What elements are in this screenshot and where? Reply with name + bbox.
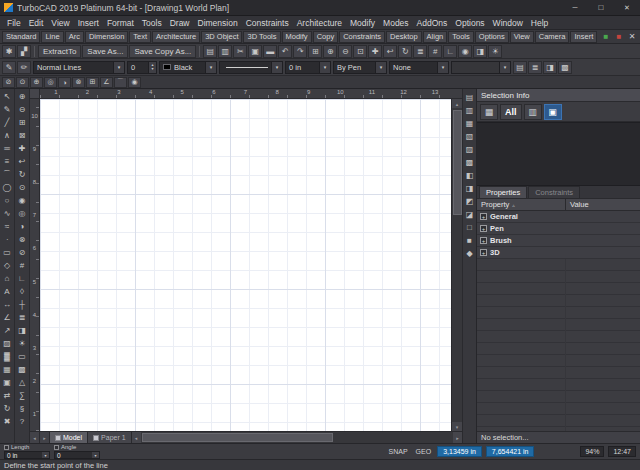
toolbar-tab[interactable]: 3D Tools	[243, 31, 280, 43]
render-manager-icon[interactable]: ◆	[463, 247, 476, 260]
line-icon[interactable]: ╱	[1, 116, 14, 129]
expand-icon[interactable]	[480, 237, 487, 244]
lights-icon[interactable]: ☀	[16, 337, 29, 350]
ortho-icon[interactable]: ∟	[16, 272, 29, 285]
toolbar-tab[interactable]: Standard	[2, 31, 40, 43]
snap-quadrant-icon[interactable]: ◑	[16, 220, 29, 233]
dimension-icon[interactable]: ↔	[1, 298, 14, 311]
tab-model[interactable]: Model	[50, 432, 88, 443]
ellipse-icon[interactable]: ○	[1, 194, 14, 207]
magnetic-point-icon[interactable]: ◉	[128, 77, 141, 88]
blocks-icon[interactable]: ▧	[463, 130, 476, 143]
property-column-header[interactable]: Property	[481, 200, 509, 209]
cut-icon[interactable]: ✂	[233, 45, 247, 58]
geo-toggle[interactable]: GEO	[414, 448, 434, 455]
toolbar-tab[interactable]: Insert	[570, 31, 597, 43]
menu-item[interactable]: Dimension	[194, 18, 242, 28]
material-icon[interactable]: ◨	[543, 61, 557, 74]
rectangle-icon[interactable]: ▭	[1, 246, 14, 259]
no-snap-icon[interactable]: ⊘	[2, 77, 15, 88]
menu-item[interactable]: File	[3, 18, 25, 28]
layers-icon[interactable]: ≣	[16, 311, 29, 324]
rotate-icon[interactable]: ↻	[1, 402, 14, 415]
selection-monitor-icon[interactable]: ▣	[544, 104, 562, 120]
gradient-icon[interactable]: ▓	[1, 350, 14, 363]
ortho-icon[interactable]: ∟	[443, 45, 457, 58]
refresh-icon[interactable]: ↻	[398, 45, 412, 58]
sort-icon[interactable]	[512, 200, 515, 209]
bezier-icon[interactable]: ≈	[1, 220, 14, 233]
menu-item[interactable]: View	[47, 18, 73, 28]
ucs-icon[interactable]: ┼	[16, 298, 29, 311]
chevron-down-icon[interactable]	[375, 62, 386, 73]
property-category-row[interactable]: Brush	[477, 235, 640, 247]
menu-item[interactable]: Format	[103, 18, 138, 28]
zoom-in-icon[interactable]: ⊕	[323, 45, 337, 58]
format-painter-icon[interactable]: ✏	[17, 61, 31, 74]
snap-center-icon[interactable]: ◎	[44, 77, 57, 88]
angle-dimension-icon[interactable]: ∠	[1, 311, 14, 324]
zoom-window-icon[interactable]: ⊞	[16, 116, 29, 129]
arc-icon[interactable]: ⌒	[1, 168, 14, 181]
leader-icon[interactable]: ↗	[1, 324, 14, 337]
circle-icon[interactable]: ◯	[1, 181, 14, 194]
toolbar-tab[interactable]: View	[510, 31, 534, 43]
pan-icon[interactable]: ✚	[368, 45, 382, 58]
snap-toggle[interactable]: SNAP	[387, 448, 410, 455]
select-icon[interactable]: ↖	[1, 90, 14, 103]
polyline-icon[interactable]: ∧	[1, 129, 14, 142]
field-lock-icon[interactable]	[54, 445, 59, 450]
toolbar-tab[interactable]: Modify	[282, 31, 312, 43]
delete-icon[interactable]: ✖	[1, 415, 14, 428]
zoom-in-icon[interactable]: ⊕	[16, 90, 29, 103]
node-edit-icon[interactable]: ✎	[1, 103, 14, 116]
measurement-icon[interactable]: ▨	[463, 143, 476, 156]
menu-item[interactable]: Constraints	[242, 18, 293, 28]
materials-icon[interactable]: ◨	[473, 45, 487, 58]
show-properties-icon[interactable]: ▥	[524, 104, 542, 120]
calculator-icon[interactable]: ∑	[16, 389, 29, 402]
parts-tree-icon[interactable]: ◩	[463, 195, 476, 208]
scroll-right-icon[interactable]	[453, 432, 462, 443]
pen-tool-icon[interactable]: ✎	[2, 61, 16, 74]
design-director-icon[interactable]: ▥	[463, 104, 476, 117]
workspace-green-icon[interactable]: ■	[600, 31, 612, 43]
drawing-canvas[interactable]	[40, 99, 451, 431]
brush-pattern-combo[interactable]: None	[389, 61, 449, 74]
snap-grid-icon[interactable]: #	[16, 259, 29, 272]
chevron-down-icon[interactable]	[319, 62, 330, 73]
menu-item[interactable]: Modes	[379, 18, 413, 28]
expand-icon[interactable]	[480, 249, 487, 256]
x-coordinate-field[interactable]: 3,13459 in	[437, 446, 482, 457]
toolbar-tab[interactable]: Camera	[535, 31, 570, 43]
layers-palette-icon[interactable]: ■	[463, 234, 476, 247]
internet-icon[interactable]: ◧	[463, 169, 476, 182]
undo-icon[interactable]: ↶	[278, 45, 292, 58]
database-icon[interactable]: ◨	[463, 182, 476, 195]
paste-icon[interactable]: ▬	[263, 45, 277, 58]
close-button[interactable]	[614, 0, 640, 15]
pen-width-spinner[interactable]: 0	[127, 61, 157, 74]
line-width-combo[interactable]: 0 in	[285, 61, 331, 74]
menu-item[interactable]: Tools	[138, 18, 166, 28]
line-pattern-combo[interactable]	[219, 61, 283, 74]
record-icon[interactable]: ■	[613, 31, 625, 43]
toolbar-text-button[interactable]: Save As...	[82, 45, 128, 58]
toolbar-tab[interactable]: 3D Object	[201, 31, 242, 43]
line-style-combo[interactable]: Normal Lines	[33, 61, 125, 74]
deselect-icon[interactable]: ▦	[480, 104, 498, 120]
toolbar-tab[interactable]: Desktop	[386, 31, 422, 43]
zoom-window-icon[interactable]: ⊞	[308, 45, 322, 58]
scroll-up-icon[interactable]	[452, 99, 462, 108]
tab-properties[interactable]: Properties	[479, 186, 527, 198]
render-style-icon[interactable]: ▩	[558, 61, 572, 74]
maximize-button[interactable]	[588, 0, 614, 15]
layers-icon[interactable]: ≣	[413, 45, 427, 58]
chevron-down-icon[interactable]	[42, 452, 49, 458]
snap-nearest-icon[interactable]: ⊘	[16, 246, 29, 259]
measure-icon[interactable]: △	[16, 376, 29, 389]
menu-item[interactable]: Edit	[25, 18, 48, 28]
snap-vertex-icon[interactable]: ⊙	[16, 181, 29, 194]
pen-color-combo[interactable]: Black	[159, 61, 217, 74]
redraw-icon[interactable]: ↻	[16, 168, 29, 181]
